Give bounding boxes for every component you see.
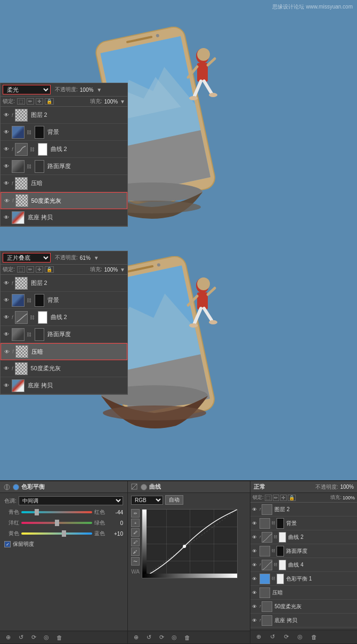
curves-trash-btn[interactable]: 🗑 bbox=[182, 633, 192, 642]
curves-auto-btn[interactable]: 自动 bbox=[165, 495, 183, 505]
right-history-btn[interactable]: ↺ bbox=[267, 632, 277, 642]
curves-add-btn[interactable]: ⊕ bbox=[131, 633, 141, 642]
right-layer-base[interactable]: 👁 f 底座 拷贝 bbox=[250, 614, 357, 627]
right-eye7[interactable]: 👁 bbox=[252, 590, 258, 595]
eye-icon[interactable]: 👁 bbox=[3, 129, 10, 135]
right-eye1[interactable]: 👁 bbox=[252, 507, 258, 512]
right-layer-colorbal[interactable]: 👁 ⛓ 色彩平衡 1 bbox=[250, 572, 357, 586]
layer-row-road-bottom[interactable]: 👁 ⛓ 路面厚度 bbox=[1, 326, 127, 343]
right-eye8[interactable]: 👁 bbox=[252, 604, 258, 609]
tone-select[interactable]: 中间调 bbox=[19, 496, 123, 505]
eye-icon[interactable]: 👁 bbox=[3, 383, 10, 388]
right-lock-icon1[interactable]: ⬚ bbox=[265, 495, 272, 501]
right-eye6[interactable]: 👁 bbox=[252, 576, 258, 582]
right-lock-icon4[interactable]: 🔒 bbox=[288, 495, 296, 501]
eye-icon[interactable]: 👁 bbox=[3, 180, 10, 186]
curves-eye-btn[interactable]: ◎ bbox=[169, 633, 179, 642]
layer-row-base-top[interactable]: 👁 底座 拷贝 bbox=[1, 209, 127, 226]
layer-mask-curves2-b bbox=[38, 311, 47, 324]
eye-icon[interactable]: 👁 bbox=[3, 297, 10, 303]
layer-row-darken-top[interactable]: 👁 f 压暗 bbox=[1, 175, 127, 192]
layer-row-layer2-bottom[interactable]: 👁 f 图层 2 bbox=[1, 275, 127, 292]
right-eye3[interactable]: 👁 bbox=[252, 535, 258, 540]
right-lock-icon3[interactable]: ✛ bbox=[280, 495, 287, 501]
lock-position-icon-b[interactable]: ✛ bbox=[36, 266, 43, 273]
opacity-dropdown-top[interactable]: ▼ bbox=[96, 87, 102, 93]
layer-row-darken-bottom[interactable]: 👁 f 压暗 bbox=[1, 343, 127, 360]
lock-paint-icon-b[interactable]: ✏ bbox=[27, 266, 34, 273]
blend-mode-select-top[interactable]: 柔光 bbox=[3, 85, 51, 94]
lock-all-icon-b[interactable]: 🔒 bbox=[45, 266, 54, 273]
right-trash-btn[interactable]: 🗑 bbox=[309, 632, 319, 642]
eye-icon[interactable]: 👁 bbox=[3, 146, 10, 152]
lock-transparency-icon-b[interactable]: ⬚ bbox=[17, 266, 25, 273]
curve-tool-eyedrop2[interactable]: 🖊 bbox=[131, 538, 140, 546]
right-layer-layer2[interactable]: 👁 f 图层 2 bbox=[250, 503, 357, 516]
curves-history-btn[interactable]: ↺ bbox=[144, 633, 153, 642]
cb-history-btn[interactable]: ↺ bbox=[16, 633, 26, 642]
right-layer-road[interactable]: 👁 ⛓ 路面厚度 bbox=[250, 544, 357, 558]
right-reset-btn[interactable]: ⟳ bbox=[281, 632, 291, 642]
lock-position-icon[interactable]: ✛ bbox=[36, 98, 43, 105]
layer-row-soft50-bottom[interactable]: 👁 f 50度柔光灰 bbox=[1, 360, 127, 377]
magenta-green-thumb[interactable] bbox=[55, 520, 59, 526]
eye-icon[interactable]: 👁 bbox=[3, 331, 10, 337]
yellow-blue-slider[interactable] bbox=[21, 532, 92, 535]
layer-row-curves2-bottom[interactable]: 👁 f ⛓ 曲线 2 bbox=[1, 309, 127, 326]
eye-icon[interactable]: 👁 bbox=[3, 112, 10, 118]
preserve-checkbox[interactable]: ✓ bbox=[4, 541, 11, 547]
right-layer-darken[interactable]: 👁 压暗 bbox=[250, 586, 357, 600]
cb-eye-btn[interactable]: ◎ bbox=[42, 633, 51, 642]
eye-icon[interactable]: 👁 bbox=[3, 314, 10, 320]
eye-icon[interactable]: 👁 bbox=[3, 214, 10, 220]
layer-row-background-top[interactable]: 👁 ⛓ 背景 bbox=[1, 124, 127, 141]
opacity-value-bottom: 61% bbox=[80, 255, 91, 261]
right-layer-curves4[interactable]: 👁 f ⛓ 曲线 4 bbox=[250, 558, 357, 572]
right-layer-background[interactable]: 👁 ⛓ 背景 bbox=[250, 516, 357, 530]
eye-icon[interactable]: 👁 bbox=[3, 365, 10, 371]
layer-row-background-bottom[interactable]: 👁 ⛓ 背景 bbox=[1, 292, 127, 309]
fill-dropdown-top[interactable]: ▼ bbox=[120, 99, 125, 105]
layer-row-curves2-top[interactable]: 👁 f ⛓ 曲线 2 bbox=[1, 141, 127, 158]
curve-tool-smooth[interactable]: 〜 bbox=[131, 557, 140, 566]
curve-tool-pencil[interactable]: ✏ bbox=[131, 509, 140, 518]
right-fx4: f bbox=[259, 604, 261, 609]
right-eye5[interactable]: 👁 bbox=[252, 562, 258, 568]
layer-row-layer2-top[interactable]: 👁 f 图层 2 bbox=[1, 107, 127, 124]
blend-mode-select-bottom[interactable]: 正片叠底 bbox=[3, 253, 51, 263]
right-eye9[interactable]: 👁 bbox=[252, 618, 258, 623]
cyan-red-thumb[interactable] bbox=[35, 509, 39, 515]
layer-row-soft50-top[interactable]: 👁 f 50度柔光灰 bbox=[1, 192, 127, 209]
curve-tool-eyedrop3[interactable]: 🖋 bbox=[131, 547, 140, 556]
lock-transparency-icon[interactable]: ⬚ bbox=[17, 98, 25, 105]
right-add-btn[interactable]: ⊕ bbox=[254, 632, 263, 642]
cb-reset-btn[interactable]: ⟳ bbox=[29, 633, 38, 642]
lock-paint-icon[interactable]: ✏ bbox=[27, 98, 34, 105]
eye-icon[interactable]: 👁 bbox=[3, 163, 10, 169]
curves-canvas[interactable] bbox=[142, 509, 238, 578]
curve-tool-point[interactable]: + bbox=[131, 519, 140, 527]
lock-all-icon[interactable]: 🔒 bbox=[45, 98, 54, 105]
eye-icon[interactable]: 👁 bbox=[3, 349, 11, 355]
right-eye4[interactable]: 👁 bbox=[252, 548, 258, 554]
curve-tool-eyedrop1[interactable]: 🖉 bbox=[131, 528, 140, 537]
layer-row-road-top[interactable]: 👁 ⛓ 路面厚度 bbox=[1, 158, 127, 175]
right-lock-icon2[interactable]: ✏ bbox=[273, 495, 279, 501]
eye-icon[interactable]: 👁 bbox=[3, 280, 10, 286]
runner-bottom bbox=[178, 272, 221, 371]
eye-icon[interactable]: 👁 bbox=[3, 198, 11, 204]
magenta-green-slider[interactable] bbox=[21, 522, 92, 524]
cb-trash-btn[interactable]: 🗑 bbox=[54, 633, 64, 642]
right-eye2[interactable]: 👁 bbox=[252, 521, 258, 526]
curves-reset-btn[interactable]: ⟳ bbox=[157, 633, 166, 642]
cyan-red-slider[interactable] bbox=[21, 511, 92, 513]
right-eye-btn[interactable]: ◎ bbox=[295, 632, 305, 642]
opacity-dropdown-bottom[interactable]: ▼ bbox=[94, 255, 99, 261]
cb-add-btn[interactable]: ⊕ bbox=[3, 633, 13, 642]
rgb-channel-select[interactable]: RGB bbox=[131, 496, 163, 505]
right-layer-curves2[interactable]: 👁 f ⛓ 曲线 2 bbox=[250, 530, 357, 544]
layer-row-base-bottom[interactable]: 👁 底座 拷贝 bbox=[1, 377, 127, 394]
fill-dropdown-bottom[interactable]: ▼ bbox=[120, 267, 125, 273]
yellow-blue-thumb[interactable] bbox=[62, 530, 66, 537]
right-layer-soft50[interactable]: 👁 f 50度柔光灰 bbox=[250, 600, 357, 614]
